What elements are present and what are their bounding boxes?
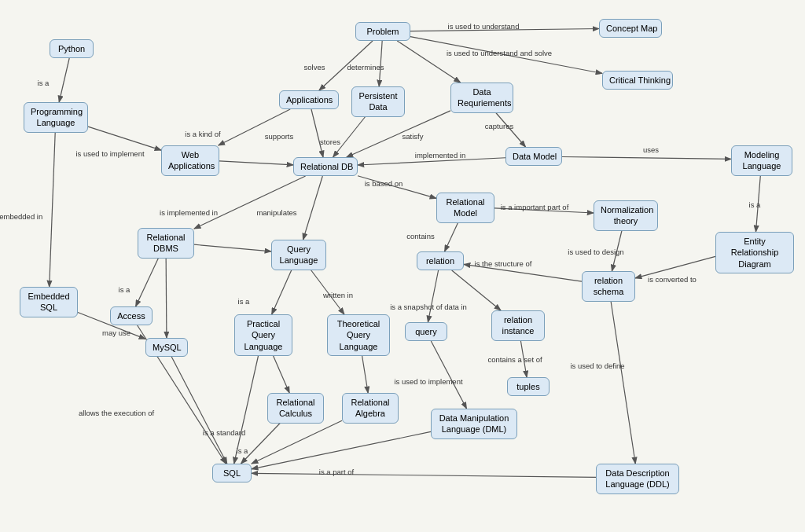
node-data-model: Data Model	[505, 147, 562, 166]
edge-label: allows the execution of	[79, 409, 154, 417]
node-embedded-sql: Embedded SQL	[20, 287, 78, 317]
edge-label: is a standard	[203, 428, 245, 437]
edge-label: is used to understand and solve	[447, 49, 552, 57]
node-access: Access	[110, 306, 153, 325]
node-applications: Applications	[279, 90, 339, 109]
svg-line-45	[171, 357, 227, 464]
svg-line-16	[303, 176, 323, 240]
node-relational-db: Relational DB	[293, 157, 358, 176]
edge-label: is a snapshot of data in	[390, 303, 467, 311]
edge-label: is used to design	[568, 248, 623, 256]
svg-line-37	[271, 352, 289, 393]
svg-line-43	[252, 473, 596, 477]
edge-label: supports	[265, 132, 293, 141]
edge-label: is used to implement	[394, 377, 462, 386]
svg-line-11	[59, 58, 69, 102]
node-python: Python	[50, 39, 94, 58]
node-persistent-data: Persistent Data	[351, 86, 405, 117]
svg-line-5	[397, 41, 460, 83]
edge-label: is a	[237, 446, 248, 455]
edge-label: is a	[749, 200, 761, 209]
svg-line-13	[50, 130, 56, 287]
svg-line-36	[520, 339, 527, 377]
node-entity-relationship: Entity Relationship Diagram	[715, 232, 794, 273]
svg-line-27	[194, 244, 271, 251]
edge-label: stores	[320, 138, 340, 146]
edge-label: is embedded in	[0, 212, 42, 221]
edge-label: determines	[347, 63, 384, 72]
svg-line-31	[428, 270, 438, 322]
edge-label: may use	[102, 328, 130, 337]
edge-label: is a kind of	[185, 130, 220, 138]
svg-line-22	[494, 208, 594, 213]
node-relational-dbms: Relational DBMS	[138, 228, 194, 259]
node-query: query	[405, 322, 447, 341]
edge-label: is a	[119, 285, 130, 294]
svg-line-14	[219, 161, 293, 165]
svg-line-17	[194, 176, 306, 229]
node-relation: relation	[417, 251, 464, 270]
edge-label: is a	[238, 297, 250, 306]
node-ddl: Data Description Language (DDL)	[596, 464, 679, 494]
svg-line-42	[252, 431, 431, 468]
svg-line-24	[635, 256, 715, 277]
svg-line-30	[310, 268, 344, 314]
edge-label: is used to define	[570, 361, 624, 370]
svg-line-9	[347, 111, 450, 157]
edge-label: is a part of	[319, 468, 354, 476]
svg-line-6	[311, 109, 323, 157]
svg-line-25	[136, 256, 160, 306]
svg-line-33	[464, 264, 582, 281]
svg-line-34	[611, 299, 636, 464]
svg-line-2	[410, 37, 602, 74]
svg-line-23	[612, 229, 622, 271]
edge-label: satisfy	[402, 132, 424, 141]
svg-line-19	[562, 156, 731, 159]
svg-line-20	[755, 174, 760, 232]
svg-line-7	[219, 109, 290, 145]
edge-label: contains a set of	[487, 355, 542, 364]
edge-label: is implemented in	[160, 208, 218, 217]
node-critical-thinking: Critical Thinking	[602, 71, 673, 90]
svg-line-1	[410, 29, 599, 31]
node-theoretical-query: Theoretical Query Language	[327, 314, 390, 356]
node-dml: Data Manipulation Language (DML)	[431, 409, 517, 439]
svg-line-38	[362, 352, 368, 393]
svg-line-35	[431, 341, 466, 409]
svg-line-3	[319, 41, 373, 90]
svg-line-26	[166, 256, 167, 338]
svg-line-21	[445, 221, 459, 251]
node-data-requirements: Data Requriements	[450, 83, 513, 113]
node-practical-query: Practical Query Language	[234, 314, 292, 356]
edge-label: written in	[323, 291, 353, 299]
edge-label: solves	[304, 63, 325, 72]
edge-label: captures	[485, 122, 513, 130]
node-relation-instance: relation instance	[491, 310, 545, 341]
node-relation-schema: relation schema	[582, 271, 635, 302]
edge-label: is converted to	[648, 275, 697, 284]
node-tuples: tuples	[507, 377, 550, 396]
edge-label: manipulates	[256, 208, 296, 217]
node-relational-model: Relational Model	[436, 193, 494, 223]
node-normalization-theory: Normalization theory	[594, 200, 658, 231]
node-web-applications: Web Applications	[161, 145, 219, 176]
node-mysql: MySQL	[145, 338, 188, 357]
svg-line-10	[494, 111, 526, 147]
svg-line-40	[241, 421, 282, 464]
edge-label: is a	[38, 79, 50, 87]
svg-line-8	[333, 115, 367, 157]
svg-line-18	[358, 158, 505, 165]
node-sql: SQL	[212, 464, 252, 482]
edge-label: is used to implement	[75, 149, 144, 158]
concept-map: ProblemConcept MapCritical ThinkingAppli…	[0, 0, 805, 532]
node-relational-calculus: Relational Calculus	[267, 393, 324, 424]
svg-line-29	[272, 268, 292, 314]
edge-label: uses	[643, 145, 659, 154]
node-query-language: Query Language	[271, 240, 326, 270]
node-programming-language: Programming Language	[24, 102, 88, 133]
node-concept-map: Concept Map	[599, 19, 662, 38]
svg-line-12	[88, 127, 161, 150]
svg-line-41	[252, 420, 342, 464]
edge-label: implemented in	[415, 151, 465, 160]
edge-label: contains	[406, 232, 434, 240]
